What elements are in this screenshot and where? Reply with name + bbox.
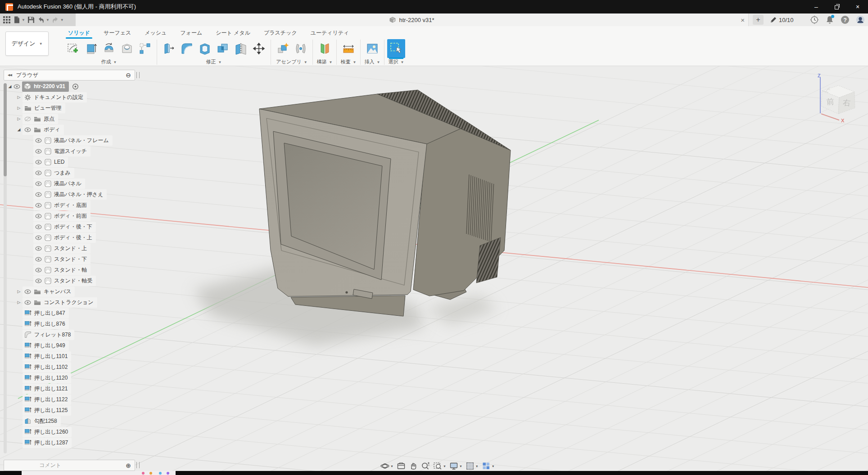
workspace-selector[interactable]: デザイン ▼ — [5, 31, 49, 56]
tree-row-ボディ・底面[interactable]: ボディ・底面 — [33, 200, 90, 211]
tree-item-chip[interactable]: スタンド・上 — [33, 243, 90, 254]
tree-row-フィレット878[interactable]: フィレット878 — [15, 329, 74, 340]
view-cube[interactable]: Z X 前 右 上 — [809, 72, 868, 124]
tree-item-chip[interactable]: ボディ・後・上 — [33, 233, 96, 243]
split-body-tool-icon[interactable] — [232, 39, 250, 58]
expand-twisty-icon[interactable]: ▷ — [15, 106, 23, 110]
tree-row-キャンバス[interactable]: ▷キャンバス — [15, 286, 75, 297]
group-label-挿入[interactable]: 挿入 ▼ — [363, 58, 381, 66]
new-tab-button[interactable]: + — [753, 15, 764, 25]
tree-row-押し出し1122[interactable]: 押し出し1122 — [15, 394, 71, 405]
view-cube-body[interactable]: 前 右 上 — [821, 85, 855, 114]
tree-item-chip[interactable]: 勾配1258 — [23, 416, 61, 426]
save-button[interactable] — [27, 16, 35, 24]
comment-input[interactable]: コメント ⊕ — [4, 460, 135, 471]
browser-scrollbar-thumb[interactable] — [4, 83, 7, 176]
visibility-eye-icon[interactable] — [14, 84, 20, 89]
tree-item-chip[interactable]: 押し出し1122 — [23, 394, 71, 405]
visibility-eye-icon[interactable] — [35, 235, 42, 240]
tree-item-chip[interactable]: ドキュメントの設定 — [23, 92, 87, 103]
visibility-eye-icon[interactable] — [35, 138, 42, 143]
tab-プラスチック[interactable]: プラスチック — [257, 28, 304, 38]
visibility-eye-icon[interactable] — [24, 127, 31, 132]
extrude-tool-icon[interactable] — [82, 39, 100, 58]
credits-counter[interactable]: 10/10 — [770, 13, 794, 26]
tree-row-押し出し1102[interactable]: 押し出し1102 — [15, 362, 71, 372]
select-tool-icon[interactable] — [387, 39, 405, 58]
file-new-button[interactable]: ▼ — [13, 16, 25, 24]
tree-row-ボディ・後・下[interactable]: ボディ・後・下 — [33, 221, 96, 232]
expand-twisty-icon[interactable]: ▷ — [15, 289, 23, 294]
tree-item-chip[interactable]: 押し出し1120 — [23, 373, 71, 383]
group-label-修正[interactable]: 修正 ▼ — [160, 58, 268, 66]
tree-row-押し出し1121[interactable]: 押し出し1121 — [15, 383, 71, 394]
tree-row-電源スイッチ[interactable]: 電源スイッチ — [33, 146, 90, 157]
activate-component-radio[interactable] — [72, 83, 79, 90]
tree-row-液晶パネル・押さえ[interactable]: 液晶パネル・押さえ — [33, 189, 107, 200]
tree-row-スタンド・軸受[interactable]: スタンド・軸受 — [33, 275, 96, 286]
tree-item-chip[interactable]: LED — [33, 157, 68, 167]
pattern-tool-icon[interactable] — [136, 39, 154, 58]
joint-tool-icon[interactable] — [292, 39, 310, 58]
visibility-eye-icon[interactable] — [35, 224, 42, 229]
group-label-構築[interactable]: 構築 ▼ — [316, 58, 334, 66]
tree-item-chip[interactable]: ボディ・前面 — [33, 211, 90, 221]
tree-row-ビュー管理[interactable]: ▷ビュー管理 — [15, 103, 65, 113]
create-sketch-tool-icon[interactable] — [64, 39, 82, 58]
tree-row-LED[interactable]: LED — [33, 157, 68, 167]
expand-twisty-icon[interactable]: ▷ — [15, 300, 23, 305]
help-icon[interactable]: ? — [840, 15, 850, 25]
comment-add-icon[interactable]: ⊕ — [126, 462, 131, 469]
visibility-eye-icon[interactable] — [35, 149, 42, 154]
tree-item-chip[interactable]: スタンド・下 — [33, 254, 90, 264]
group-label-アセンブリ[interactable]: アセンブリ ▼ — [274, 58, 310, 66]
tree-item-chip[interactable]: 押し出し1101 — [23, 351, 71, 362]
tree-item-chip[interactable]: 押し出し847 — [23, 308, 69, 318]
tab-サーフェス[interactable]: サーフェス — [97, 28, 138, 38]
panel-collapse-icon[interactable]: ◀◀ — [8, 73, 12, 77]
tree-row-勾配1258[interactable]: 勾配1258 — [15, 416, 61, 426]
restore-button[interactable] — [827, 0, 847, 13]
new-component-tool-icon[interactable] — [274, 39, 292, 58]
grid-settings-nav-icon[interactable]: ▼ — [466, 462, 479, 471]
close-button[interactable]: × — [847, 0, 868, 13]
visibility-eye-icon[interactable] — [24, 289, 31, 294]
visibility-eye-icon[interactable] — [35, 170, 42, 175]
tree-item-chip[interactable]: 押し出し876 — [23, 319, 69, 329]
tree-item-chip[interactable]: 押し出し1125 — [23, 405, 71, 416]
group-label-選択[interactable]: 選択 ▼ — [387, 58, 405, 66]
tree-row-押し出し876[interactable]: 押し出し876 — [15, 318, 69, 329]
visibility-eye-icon[interactable] — [35, 278, 42, 283]
combine-tool-icon[interactable] — [214, 39, 232, 58]
tree-item-chip[interactable]: 押し出し1121 — [23, 384, 71, 394]
profile-avatar-icon[interactable] — [855, 15, 865, 25]
shell-tool-icon[interactable] — [196, 39, 214, 58]
tree-item-chip[interactable]: ボディ — [23, 125, 64, 135]
visibility-eye-icon[interactable] — [35, 268, 42, 273]
tree-row-押し出し1260[interactable]: 押し出し1260 — [15, 426, 72, 437]
pan-nav-icon[interactable] — [409, 462, 418, 471]
extensions-clock-icon[interactable] — [809, 15, 819, 25]
tab-ソリッド[interactable]: ソリッド — [61, 28, 97, 38]
minimize-button[interactable]: – — [806, 0, 827, 13]
move-tool-icon[interactable] — [250, 39, 268, 58]
visibility-eye-icon[interactable] — [35, 192, 42, 197]
construction-plane-tool-icon[interactable] — [316, 39, 334, 58]
revolve-tool-icon[interactable] — [100, 39, 118, 58]
tree-item-chip[interactable]: 液晶パネル・押さえ — [33, 189, 107, 200]
tree-row-ボディ・前面[interactable]: ボディ・前面 — [33, 211, 90, 221]
tab-シート メタル[interactable]: シート メタル — [209, 28, 257, 38]
tree-row-押し出し1125[interactable]: 押し出し1125 — [15, 405, 71, 416]
tree-row-ドキュメントの設定[interactable]: ▷ドキュメントの設定 — [15, 92, 87, 103]
tree-item-chip[interactable]: つまみ — [33, 168, 74, 178]
tree-item-chip[interactable]: 押し出し1260 — [23, 427, 72, 437]
visibility-eye-icon[interactable] — [35, 257, 42, 262]
tree-item-chip[interactable]: コンストラクション — [23, 297, 97, 308]
fit-nav-icon[interactable]: ▼ — [433, 462, 446, 471]
viewport-canvas[interactable] — [0, 66, 868, 471]
expand-twisty-icon[interactable]: ▷ — [15, 117, 23, 121]
browser-panel-header[interactable]: ◀◀ ブラウザ ⊖ — [4, 70, 135, 81]
browser-scrollbar[interactable] — [4, 83, 7, 453]
tree-row-押し出し1101[interactable]: 押し出し1101 — [15, 351, 71, 362]
tree-row-スタンド・上[interactable]: スタンド・上 — [33, 243, 90, 254]
